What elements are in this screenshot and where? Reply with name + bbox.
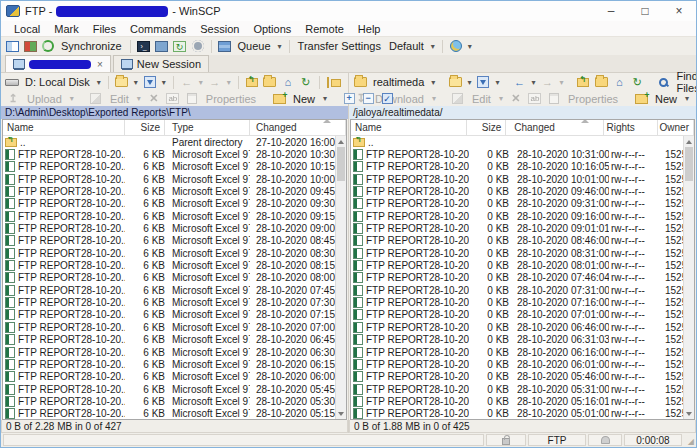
column-name[interactable]: Name [351, 120, 467, 135]
refresh-session-icon[interactable]: ↻ [172, 39, 188, 54]
column-name[interactable]: Name [3, 120, 125, 135]
local-scrollbar[interactable] [335, 136, 346, 419]
file-row[interactable]: FTP REPORT28-10-20... 0 KB 28-10-2020 05… [351, 395, 683, 407]
file-row[interactable]: FTP REPORT28-10-20... 0 KB 28-10-2020 06… [351, 334, 683, 346]
back-icon[interactable]: ← [179, 75, 195, 90]
drive-selector-caret[interactable]: ▾ [95, 78, 103, 87]
scroll-thumb[interactable] [685, 147, 693, 181]
new-icon[interactable] [271, 91, 287, 106]
menu-item[interactable]: Options [246, 21, 298, 36]
compare-directories-icon[interactable] [22, 39, 38, 54]
menu-item[interactable]: Mark [47, 21, 85, 36]
menu-item[interactable]: Files [86, 21, 123, 36]
forward-icon[interactable]: → [539, 75, 555, 90]
maximize-button[interactable]: □ [628, 1, 662, 21]
upload-caret[interactable]: ▾ [68, 94, 76, 103]
file-row[interactable]: FTP REPORT28-10-20... 6 KB Microsoft Exc… [3, 272, 335, 284]
queue-dropdown-caret[interactable]: ▾ [276, 42, 284, 51]
new-caret[interactable]: ▾ [683, 94, 691, 103]
column-rights[interactable]: Rights [604, 120, 657, 135]
preferences-gear-icon[interactable] [190, 39, 206, 54]
column-size[interactable]: Size [467, 120, 506, 135]
file-row[interactable]: FTP REPORT28-10-20... 6 KB Microsoft Exc… [3, 235, 335, 247]
scroll-down-icon[interactable] [684, 408, 694, 419]
forward-caret[interactable]: ▾ [557, 78, 565, 87]
file-row[interactable]: FTP REPORT28-10-20... 0 KB 28-10-2020 06… [351, 358, 683, 370]
column-owner[interactable]: Owner [658, 120, 694, 135]
remote-directory-caret[interactable]: ▾ [429, 78, 437, 87]
file-row[interactable]: FTP REPORT28-10-20... 6 KB Microsoft Exc… [3, 259, 335, 271]
file-row[interactable]: FTP REPORT28-10-20... 0 KB 28-10-2020 06… [351, 321, 683, 333]
file-row[interactable]: FTP REPORT28-10-20... 0 KB 28-10-2020 09… [351, 185, 683, 197]
file-row[interactable]: FTP REPORT28-10-20... 0 KB 28-10-2020 08… [351, 259, 683, 271]
session-tab-active[interactable]: × [5, 55, 111, 72]
file-row[interactable]: FTP REPORT28-10-20... 6 KB Microsoft Exc… [3, 222, 335, 234]
file-row[interactable]: FTP REPORT28-10-20... 0 KB 28-10-2020 05… [351, 371, 683, 383]
synchronize-icon[interactable] [40, 39, 56, 54]
upload-button[interactable]: Upload [24, 93, 65, 105]
synchronize-button[interactable]: Synchronize [58, 40, 125, 52]
toggle-panels-icon[interactable] [4, 39, 20, 54]
file-row[interactable]: FTP REPORT28-10-20... 6 KB Microsoft Exc… [3, 346, 335, 358]
console-icon[interactable]: ›_ [136, 39, 152, 54]
root-directory-icon[interactable] [593, 75, 609, 90]
file-row[interactable]: FTP REPORT28-10-20... 6 KB Microsoft Exc… [3, 198, 335, 210]
properties-button[interactable]: Properties [565, 93, 621, 105]
file-row[interactable]: FTP REPORT28-10-20... 0 KB 28-10-2020 07… [351, 296, 683, 308]
scroll-up-icon[interactable] [336, 136, 346, 147]
file-row[interactable]: FTP REPORT28-10-20... 6 KB Microsoft Exc… [3, 210, 335, 222]
scroll-up-icon[interactable] [684, 136, 694, 147]
file-row[interactable]: FTP REPORT28-10-20... 6 KB Microsoft Exc… [3, 408, 335, 419]
file-row[interactable]: FTP REPORT28-10-20... 6 KB Microsoft Exc… [3, 296, 335, 308]
open-directory-caret[interactable]: ▾ [465, 78, 473, 87]
forward-caret[interactable]: ▾ [225, 78, 233, 87]
delete-icon[interactable]: ✕ [508, 91, 524, 106]
file-row[interactable]: FTP REPORT28-10-20... 0 KB 28-10-2020 09… [351, 222, 683, 234]
file-row[interactable]: FTP REPORT28-10-20... 0 KB 28-10-2020 07… [351, 272, 683, 284]
download-caret[interactable]: ▾ [430, 94, 438, 103]
scroll-thumb[interactable] [337, 147, 345, 181]
queue-button[interactable]: Queue [235, 40, 274, 52]
file-row[interactable]: FTP REPORT28-10-20... 0 KB 28-10-2020 07… [351, 284, 683, 296]
remote-scrollbar[interactable] [683, 136, 694, 419]
new-caret[interactable]: ▾ [321, 94, 329, 103]
transfer-settings-label[interactable]: Transfer Settings [295, 40, 384, 52]
column-size[interactable]: Size [125, 120, 165, 135]
resize-grip[interactable]: ◢ [684, 434, 694, 446]
column-changed[interactable]: Changed [250, 120, 346, 135]
edit-button[interactable]: Edit [107, 93, 132, 105]
directory-tree-icon[interactable] [325, 75, 341, 90]
parent-directory-row[interactable]: .. Parent directory 27-10-2020 16:00:00 [3, 136, 335, 148]
new-button[interactable]: New [652, 93, 680, 105]
file-row[interactable]: FTP REPORT28-10-20... 0 KB 28-10-2020 07… [351, 309, 683, 321]
menu-item[interactable]: Local [7, 21, 47, 36]
file-row[interactable]: FTP REPORT28-10-20... 6 KB Microsoft Exc… [3, 161, 335, 173]
filter-icon[interactable] [475, 75, 491, 90]
new-icon[interactable] [633, 91, 649, 106]
tab-close-icon[interactable]: × [95, 59, 103, 70]
scroll-down-icon[interactable] [336, 408, 346, 419]
root-directory-icon[interactable] [262, 75, 278, 90]
download-button[interactable]: Download [372, 93, 427, 105]
file-row[interactable]: FTP REPORT28-10-20... 6 KB Microsoft Exc… [3, 334, 335, 346]
edit-icon[interactable] [450, 91, 466, 106]
new-button[interactable]: New [290, 93, 318, 105]
rename-icon[interactable]: ab [165, 91, 181, 106]
file-row[interactable]: FTP REPORT28-10-20... 6 KB Microsoft Exc… [3, 371, 335, 383]
properties-icon[interactable] [546, 91, 562, 106]
refresh-icon[interactable]: ↻ [298, 75, 314, 90]
column-type[interactable]: Type [165, 120, 250, 135]
filter-caret[interactable]: ▾ [493, 78, 501, 87]
parent-directory-icon[interactable] [244, 75, 260, 90]
file-row[interactable]: FTP REPORT28-10-20... 6 KB Microsoft Exc… [3, 358, 335, 370]
remote-directory-selector[interactable]: realtimeda [370, 76, 427, 88]
file-row[interactable]: FTP REPORT28-10-20... 6 KB Microsoft Exc… [3, 173, 335, 185]
file-row[interactable]: FTP REPORT28-10-20... 6 KB Microsoft Exc… [3, 383, 335, 395]
home-directory-icon[interactable]: ⌂ [611, 75, 627, 90]
find-files-icon[interactable] [655, 75, 671, 90]
edit-icon[interactable] [88, 91, 104, 106]
back-caret[interactable]: ▾ [197, 78, 205, 87]
remote-path-bar[interactable]: /jaloya/realtimedata/ [349, 106, 696, 119]
menu-item[interactable]: Help [351, 21, 388, 36]
refresh-icon[interactable]: ↻ [629, 75, 645, 90]
